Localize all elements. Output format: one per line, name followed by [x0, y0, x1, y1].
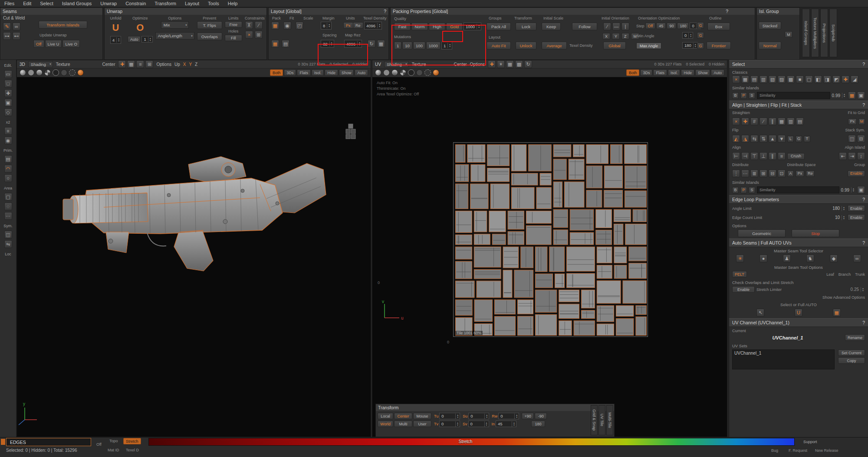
- mix-dropdown[interactable]: Mix: [161, 21, 189, 29]
- weld-tool-icon[interactable]: ∞: [13, 23, 20, 30]
- texture-label[interactable]: Texture: [56, 62, 70, 67]
- vertical-tab[interactable]: Texture Multipliers: [811, 9, 819, 57]
- menu-item[interactable]: Select: [40, 1, 53, 6]
- world-button[interactable]: World: [378, 421, 393, 427]
- quality-norm-button[interactable]: Norm: [411, 23, 428, 30]
- fit-icon[interactable]: ◉: [283, 22, 291, 29]
- vertical-tab[interactable]: Grid & Snap: [591, 405, 598, 435]
- su-spinner[interactable]: 0▲▼: [468, 413, 489, 419]
- select-corner-icon[interactable]: ◩: [832, 75, 840, 83]
- filter-button[interactable]: Isol.: [668, 69, 681, 76]
- similarity-spinner-arrows[interactable]: ▲▼: [842, 93, 846, 98]
- live-u-button[interactable]: Live U: [45, 40, 62, 48]
- straighten-clear-icon[interactable]: ×: [732, 118, 740, 125]
- similar-b-button[interactable]: B: [732, 92, 739, 99]
- plane-primitive-icon[interactable]: ▤: [4, 155, 12, 163]
- list-option-icon[interactable]: ≡: [136, 60, 144, 68]
- island-right-icon[interactable]: ⇥: [848, 152, 856, 160]
- align-section-header[interactable]: Align | Straighten | Flip | Fit | Stack?: [729, 101, 868, 109]
- center-pivot-icon[interactable]: ✚: [488, 60, 496, 68]
- classics-label[interactable]: Classics: [729, 69, 868, 75]
- align-left-icon[interactable]: ⊢: [732, 152, 740, 160]
- space-v-icon[interactable]: ⊡: [778, 170, 786, 177]
- help-icon[interactable]: ?: [862, 320, 865, 325]
- dark-sphere-icon[interactable]: [61, 69, 67, 76]
- fit-px-button[interactable]: Px: [848, 118, 857, 125]
- axis-x-button[interactable]: X: [602, 33, 610, 39]
- mosaic-seam-icon[interactable]: ✳: [736, 255, 744, 262]
- sphere-seam-icon[interactable]: ●: [760, 255, 767, 262]
- orange-sphere-icon[interactable]: [77, 69, 84, 76]
- edge-count-arrows[interactable]: ▲▼: [842, 215, 846, 220]
- poly-select-icon[interactable]: ◇: [4, 108, 12, 116]
- shading-dropdown[interactable]: Shading: [28, 61, 53, 67]
- unfold-icon[interactable]: U: [109, 21, 122, 34]
- step-180-button[interactable]: 180: [677, 23, 689, 29]
- auto-pack-icon[interactable]: ▦: [833, 309, 841, 317]
- center-label[interactable]: Center: [454, 62, 467, 67]
- texel-d-toggle[interactable]: Texel D: [126, 448, 139, 452]
- align-right-icon[interactable]: ⊣: [741, 152, 749, 160]
- cut-edgeloop-icon[interactable]: ⊶: [3, 32, 11, 40]
- area-soft-icon[interactable]: ◌: [4, 202, 12, 210]
- vertical-tab[interactable]: Projections: [820, 9, 828, 57]
- filter-button[interactable]: Hide: [325, 69, 338, 76]
- sphere-primitive-icon[interactable]: ○: [4, 174, 12, 182]
- angle-length-dropdown[interactable]: Angle/Length: [155, 32, 194, 39]
- select-dense-icon[interactable]: ▩: [787, 75, 795, 83]
- grid-option-icon[interactable]: ▦: [127, 60, 135, 68]
- similar-p-button[interactable]: P: [740, 92, 747, 99]
- hard-surface-seam-icon[interactable]: ◆: [830, 255, 838, 262]
- angle-limit-arrows[interactable]: ▲▼: [842, 206, 846, 211]
- outline-g1-button[interactable]: G: [697, 22, 704, 29]
- cursor-select-icon[interactable]: ↖: [756, 309, 764, 317]
- update-off-button[interactable]: Off: [33, 40, 44, 48]
- straighten-diag-icon[interactable]: ∕: [760, 118, 767, 125]
- cut-tool-icon[interactable]: ✎: [3, 23, 11, 30]
- rotate-minus-90-button[interactable]: -90: [535, 413, 547, 419]
- help-icon[interactable]: ?: [862, 102, 865, 108]
- center-pivot-icon[interactable]: ✚: [118, 60, 126, 68]
- model-3d[interactable]: y: [17, 77, 371, 437]
- mutations-10-button[interactable]: 10: [402, 42, 412, 49]
- clear-select-icon[interactable]: ×: [732, 75, 740, 83]
- display-off-toggle[interactable]: Off: [96, 442, 102, 447]
- line-constraint-icon[interactable]: ∕: [255, 21, 263, 29]
- similarity-slider-2[interactable]: Similarity: [757, 186, 839, 193]
- max-angle-spinner[interactable]: 180▲▼: [682, 42, 698, 49]
- apply-texel-icon[interactable]: ▦: [377, 40, 385, 48]
- up-z-button[interactable]: Z: [195, 62, 197, 67]
- options-label[interactable]: Options: [470, 62, 485, 67]
- box-button[interactable]: Box: [707, 23, 730, 30]
- new-release-link[interactable]: New Release: [815, 448, 838, 453]
- shading-dropdown[interactable]: Shading: [384, 61, 409, 67]
- feature-request-link[interactable]: F. Request: [789, 448, 807, 453]
- stack-l-button[interactable]: L: [787, 136, 794, 142]
- select-half-right-icon[interactable]: ◨: [823, 75, 831, 83]
- select-diag2-icon[interactable]: ▨: [778, 75, 786, 83]
- filter-button[interactable]: Isol.: [312, 69, 324, 76]
- scale-icon[interactable]: ◰: [296, 22, 303, 29]
- checker-sphere-icon[interactable]: [400, 69, 406, 76]
- local-button[interactable]: Local: [378, 413, 393, 419]
- select-solid-icon[interactable]: ■: [796, 75, 804, 83]
- in-spinner[interactable]: 45▲▼: [496, 421, 516, 427]
- menu-item[interactable]: Unwrap: [100, 1, 117, 6]
- filter-button[interactable]: Show: [695, 69, 710, 76]
- copy-button[interactable]: Copy: [838, 357, 865, 364]
- distribute-h-icon[interactable]: ⋯: [741, 170, 749, 177]
- texture-label[interactable]: Texture: [412, 62, 426, 67]
- isl-group-m-button[interactable]: M: [785, 31, 792, 38]
- mouse-button[interactable]: Mouse: [413, 413, 431, 419]
- gradient-sphere-icon[interactable]: [391, 69, 398, 76]
- light-toggle-icon[interactable]: ☀: [497, 60, 505, 68]
- symmetry-toggle-icon[interactable]: ◫: [4, 231, 12, 238]
- live-o-button[interactable]: Live O: [62, 40, 79, 48]
- up-y-button[interactable]: Y: [189, 62, 192, 67]
- dist-px-button[interactable]: Px: [796, 170, 804, 177]
- align-top-icon[interactable]: ⊤: [750, 152, 758, 160]
- rotate-ccw-icon[interactable]: ▲: [769, 135, 776, 143]
- cross-select-icon[interactable]: ✚: [4, 89, 12, 97]
- auto-unwrap-icon[interactable]: U: [795, 309, 802, 317]
- angle-limit-value[interactable]: 180: [832, 206, 840, 211]
